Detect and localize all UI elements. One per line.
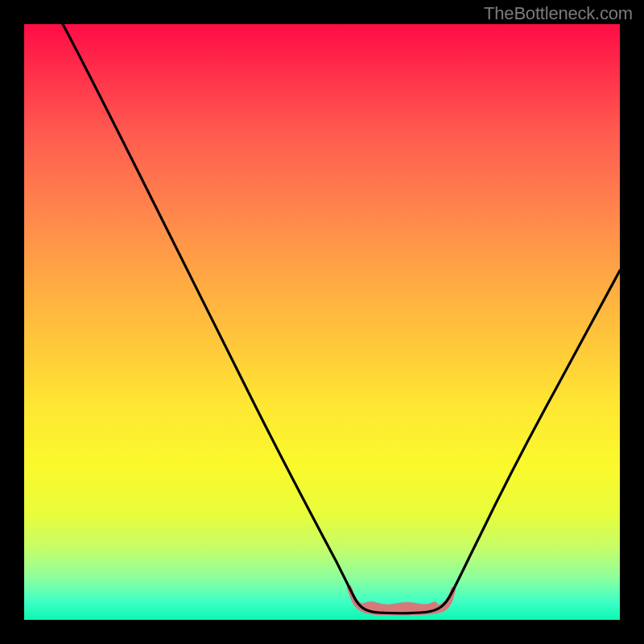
bottleneck-curve	[63, 24, 620, 613]
trough-texture	[362, 605, 435, 607]
chart-overlay	[24, 24, 620, 620]
chart-area	[24, 24, 620, 620]
watermark-text: TheBottleneck.com	[484, 3, 633, 24]
